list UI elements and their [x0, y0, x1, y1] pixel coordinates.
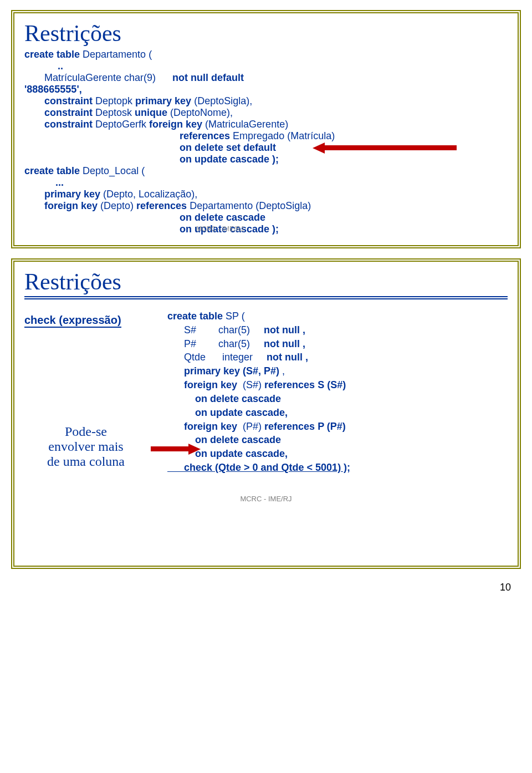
kw: primary key	[135, 95, 191, 106]
code-line: MatrículaGerente char(9) not null defaul…	[44, 72, 508, 84]
kw: not null ,	[264, 324, 305, 335]
code-line: on update cascade );	[180, 154, 508, 165]
kw: not null default	[172, 72, 244, 83]
code-line: create table Departamento (	[24, 49, 508, 60]
slide-title: Restrições	[24, 268, 508, 295]
text: S# char(5)	[167, 324, 264, 335]
kw-create-table: create table	[24, 49, 80, 60]
ellipsis: ...	[55, 177, 508, 189]
text: Empregado (Matrícula)	[230, 130, 335, 141]
code-line: primary key (Depto, Localização),	[44, 189, 508, 200]
code-line: Qtde integer not null ,	[167, 350, 508, 364]
text: (Depto, Localização),	[100, 189, 197, 200]
text: Qtde integer	[167, 352, 267, 363]
text: (Depto)	[98, 200, 136, 211]
code-line: on delete cascade	[167, 392, 508, 406]
kw: create table	[167, 311, 223, 322]
text: SP (	[223, 311, 245, 322]
columns: check (expressão) Pode-se envolver mais …	[24, 309, 508, 475]
right-column-code: create table SP ( S# char(5) not null , …	[167, 309, 508, 475]
slide-footer: MCRC - IME/RJ	[24, 495, 508, 503]
code-line-overlay: on update cascade ); MCRC - IME/RJ	[24, 223, 508, 235]
code-line: on delete cascade	[167, 433, 508, 447]
red-arrow-left-icon	[313, 143, 457, 153]
kw: not null ,	[267, 352, 308, 363]
code-line: foreign key (S#) references S (S#)	[167, 378, 508, 392]
kw: constraint	[44, 119, 93, 130]
text: (DeptoSigla),	[191, 95, 252, 106]
text: (DeptoNome),	[167, 107, 233, 118]
slide-title: Restrições	[24, 20, 508, 47]
code-line: create table Depto_Local (	[24, 165, 508, 177]
kw: primary key (S#, P#)	[167, 365, 279, 377]
code-line: P# char(5) not null ,	[167, 337, 508, 351]
slide-2: Restrições check (expressão) Pode-se env…	[11, 258, 521, 569]
kw: foreign key	[167, 379, 237, 390]
kw: references	[180, 130, 230, 141]
text: ,	[279, 365, 285, 377]
code-line: primary key (S#, P#) ,	[167, 364, 508, 378]
kw: constraint	[44, 107, 93, 118]
callout-line: de uma coluna	[17, 454, 155, 469]
kw: foreign key	[167, 421, 237, 432]
code-line: on update cascade,	[167, 406, 508, 420]
code-line: constraint Deptopk primary key (DeptoSig…	[44, 95, 508, 107]
kw: primary key	[44, 189, 100, 200]
callout-line: Pode-se	[17, 424, 155, 439]
callout-line: envolver mais	[17, 439, 155, 454]
kw: not null ,	[264, 338, 305, 349]
text: Departamento (	[80, 49, 152, 60]
title-divider	[24, 296, 508, 299]
code-line: create table SP (	[167, 309, 508, 323]
red-arrow-right-icon	[151, 444, 201, 454]
text: DeptoGerfk	[93, 119, 149, 130]
slide-1: Restrições create table Departamento ( .…	[11, 10, 521, 248]
text: P# char(5)	[167, 338, 264, 349]
kw: foreign key	[44, 200, 98, 211]
page-number: 10	[500, 582, 511, 593]
text: Departamento (DeptoSigla)	[187, 200, 311, 211]
text: Depto_Local (	[80, 165, 145, 176]
check-label: check (expressão)	[24, 314, 121, 328]
code-line: S# char(5) not null ,	[167, 323, 508, 337]
code-line: constraint Deptosk unique (DeptoNome),	[44, 107, 508, 119]
kw: foreign key	[149, 119, 202, 130]
kw: constraint	[44, 95, 93, 106]
check-constraint-line: check (Qtde > 0 and Qtde < 5001) );	[167, 461, 508, 475]
arrow-container: on delete set default	[24, 142, 508, 154]
ellipsis: ..	[58, 60, 508, 72]
kw: references P (P#)	[264, 421, 346, 432]
code-line: constraint DeptoGerfk foreign key (Matri…	[44, 119, 508, 130]
kw: create table	[24, 165, 80, 176]
code-line: on delete cascade	[180, 212, 508, 223]
kw: references	[136, 200, 187, 211]
left-column: check (expressão) Pode-se envolver mais …	[24, 309, 157, 475]
code-line: references Empregado (Matrícula)	[180, 130, 508, 142]
code-line: foreign key (P#) references P (P#)	[167, 420, 508, 434]
code-line: foreign key (Depto) references Departame…	[44, 200, 508, 212]
callout-text: Pode-se envolver mais de uma coluna	[17, 424, 155, 469]
code-line: on update cascade,	[167, 447, 508, 461]
code-line: '888665555',	[24, 84, 508, 95]
text: (MatriculaGerente)	[202, 119, 288, 130]
text: (S#)	[237, 379, 264, 390]
text: (P#)	[237, 421, 264, 432]
text: Deptopk	[93, 95, 135, 106]
kw: unique	[135, 107, 167, 118]
text: MatrículaGerente char(9)	[44, 72, 156, 83]
text: Deptosk	[93, 107, 135, 118]
kw: references S (S#)	[264, 379, 346, 390]
footer-overlap: MCRC - IME/RJ	[196, 225, 244, 233]
